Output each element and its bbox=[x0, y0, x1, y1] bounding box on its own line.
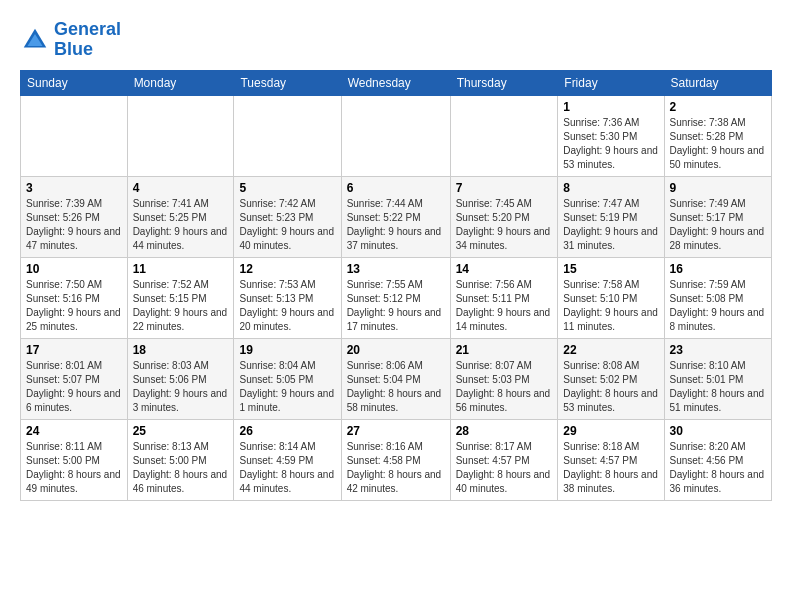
calendar-cell: 5Sunrise: 7:42 AM Sunset: 5:23 PM Daylig… bbox=[234, 176, 341, 257]
calendar-cell bbox=[341, 95, 450, 176]
calendar-cell: 11Sunrise: 7:52 AM Sunset: 5:15 PM Dayli… bbox=[127, 257, 234, 338]
day-number: 29 bbox=[563, 424, 658, 438]
day-number: 7 bbox=[456, 181, 553, 195]
day-number: 27 bbox=[347, 424, 445, 438]
day-info: Sunrise: 7:42 AM Sunset: 5:23 PM Dayligh… bbox=[239, 197, 335, 253]
day-info: Sunrise: 7:49 AM Sunset: 5:17 PM Dayligh… bbox=[670, 197, 766, 253]
day-info: Sunrise: 8:13 AM Sunset: 5:00 PM Dayligh… bbox=[133, 440, 229, 496]
day-info: Sunrise: 8:17 AM Sunset: 4:57 PM Dayligh… bbox=[456, 440, 553, 496]
day-info: Sunrise: 8:14 AM Sunset: 4:59 PM Dayligh… bbox=[239, 440, 335, 496]
day-info: Sunrise: 7:55 AM Sunset: 5:12 PM Dayligh… bbox=[347, 278, 445, 334]
calendar-cell bbox=[234, 95, 341, 176]
calendar-cell: 24Sunrise: 8:11 AM Sunset: 5:00 PM Dayli… bbox=[21, 419, 128, 500]
calendar-cell: 15Sunrise: 7:58 AM Sunset: 5:10 PM Dayli… bbox=[558, 257, 664, 338]
calendar-cell: 30Sunrise: 8:20 AM Sunset: 4:56 PM Dayli… bbox=[664, 419, 771, 500]
page-header: General Blue bbox=[20, 20, 772, 60]
day-info: Sunrise: 8:07 AM Sunset: 5:03 PM Dayligh… bbox=[456, 359, 553, 415]
calendar-cell: 23Sunrise: 8:10 AM Sunset: 5:01 PM Dayli… bbox=[664, 338, 771, 419]
day-number: 10 bbox=[26, 262, 122, 276]
calendar-cell: 14Sunrise: 7:56 AM Sunset: 5:11 PM Dayli… bbox=[450, 257, 558, 338]
day-number: 28 bbox=[456, 424, 553, 438]
day-number: 3 bbox=[26, 181, 122, 195]
day-header-friday: Friday bbox=[558, 70, 664, 95]
day-info: Sunrise: 8:01 AM Sunset: 5:07 PM Dayligh… bbox=[26, 359, 122, 415]
calendar-cell: 25Sunrise: 8:13 AM Sunset: 5:00 PM Dayli… bbox=[127, 419, 234, 500]
day-number: 13 bbox=[347, 262, 445, 276]
day-info: Sunrise: 8:20 AM Sunset: 4:56 PM Dayligh… bbox=[670, 440, 766, 496]
day-header-wednesday: Wednesday bbox=[341, 70, 450, 95]
day-number: 6 bbox=[347, 181, 445, 195]
day-info: Sunrise: 8:18 AM Sunset: 4:57 PM Dayligh… bbox=[563, 440, 658, 496]
calendar-cell: 20Sunrise: 8:06 AM Sunset: 5:04 PM Dayli… bbox=[341, 338, 450, 419]
day-info: Sunrise: 8:10 AM Sunset: 5:01 PM Dayligh… bbox=[670, 359, 766, 415]
day-info: Sunrise: 7:44 AM Sunset: 5:22 PM Dayligh… bbox=[347, 197, 445, 253]
day-number: 20 bbox=[347, 343, 445, 357]
day-info: Sunrise: 7:38 AM Sunset: 5:28 PM Dayligh… bbox=[670, 116, 766, 172]
day-number: 4 bbox=[133, 181, 229, 195]
day-header-saturday: Saturday bbox=[664, 70, 771, 95]
day-info: Sunrise: 8:08 AM Sunset: 5:02 PM Dayligh… bbox=[563, 359, 658, 415]
calendar-cell: 4Sunrise: 7:41 AM Sunset: 5:25 PM Daylig… bbox=[127, 176, 234, 257]
day-info: Sunrise: 7:50 AM Sunset: 5:16 PM Dayligh… bbox=[26, 278, 122, 334]
calendar-week-row: 24Sunrise: 8:11 AM Sunset: 5:00 PM Dayli… bbox=[21, 419, 772, 500]
day-info: Sunrise: 7:53 AM Sunset: 5:13 PM Dayligh… bbox=[239, 278, 335, 334]
calendar-cell bbox=[450, 95, 558, 176]
day-number: 22 bbox=[563, 343, 658, 357]
day-info: Sunrise: 7:52 AM Sunset: 5:15 PM Dayligh… bbox=[133, 278, 229, 334]
day-info: Sunrise: 8:11 AM Sunset: 5:00 PM Dayligh… bbox=[26, 440, 122, 496]
day-header-thursday: Thursday bbox=[450, 70, 558, 95]
calendar-header-row: SundayMondayTuesdayWednesdayThursdayFrid… bbox=[21, 70, 772, 95]
day-number: 24 bbox=[26, 424, 122, 438]
day-number: 15 bbox=[563, 262, 658, 276]
calendar-week-row: 17Sunrise: 8:01 AM Sunset: 5:07 PM Dayli… bbox=[21, 338, 772, 419]
day-number: 9 bbox=[670, 181, 766, 195]
calendar-cell: 16Sunrise: 7:59 AM Sunset: 5:08 PM Dayli… bbox=[664, 257, 771, 338]
day-info: Sunrise: 7:58 AM Sunset: 5:10 PM Dayligh… bbox=[563, 278, 658, 334]
calendar-cell: 10Sunrise: 7:50 AM Sunset: 5:16 PM Dayli… bbox=[21, 257, 128, 338]
day-number: 2 bbox=[670, 100, 766, 114]
calendar-cell: 17Sunrise: 8:01 AM Sunset: 5:07 PM Dayli… bbox=[21, 338, 128, 419]
day-info: Sunrise: 7:59 AM Sunset: 5:08 PM Dayligh… bbox=[670, 278, 766, 334]
day-header-tuesday: Tuesday bbox=[234, 70, 341, 95]
calendar-cell: 2Sunrise: 7:38 AM Sunset: 5:28 PM Daylig… bbox=[664, 95, 771, 176]
day-number: 19 bbox=[239, 343, 335, 357]
day-number: 18 bbox=[133, 343, 229, 357]
logo-icon bbox=[20, 25, 50, 55]
calendar-cell: 27Sunrise: 8:16 AM Sunset: 4:58 PM Dayli… bbox=[341, 419, 450, 500]
day-info: Sunrise: 8:03 AM Sunset: 5:06 PM Dayligh… bbox=[133, 359, 229, 415]
calendar-cell: 19Sunrise: 8:04 AM Sunset: 5:05 PM Dayli… bbox=[234, 338, 341, 419]
day-header-sunday: Sunday bbox=[21, 70, 128, 95]
day-info: Sunrise: 7:36 AM Sunset: 5:30 PM Dayligh… bbox=[563, 116, 658, 172]
calendar-week-row: 1Sunrise: 7:36 AM Sunset: 5:30 PM Daylig… bbox=[21, 95, 772, 176]
calendar-cell: 18Sunrise: 8:03 AM Sunset: 5:06 PM Dayli… bbox=[127, 338, 234, 419]
day-number: 23 bbox=[670, 343, 766, 357]
day-number: 21 bbox=[456, 343, 553, 357]
calendar-cell: 8Sunrise: 7:47 AM Sunset: 5:19 PM Daylig… bbox=[558, 176, 664, 257]
calendar-cell: 1Sunrise: 7:36 AM Sunset: 5:30 PM Daylig… bbox=[558, 95, 664, 176]
day-number: 16 bbox=[670, 262, 766, 276]
day-info: Sunrise: 7:56 AM Sunset: 5:11 PM Dayligh… bbox=[456, 278, 553, 334]
calendar-cell: 6Sunrise: 7:44 AM Sunset: 5:22 PM Daylig… bbox=[341, 176, 450, 257]
day-number: 30 bbox=[670, 424, 766, 438]
calendar-cell: 26Sunrise: 8:14 AM Sunset: 4:59 PM Dayli… bbox=[234, 419, 341, 500]
day-number: 25 bbox=[133, 424, 229, 438]
calendar-cell: 21Sunrise: 8:07 AM Sunset: 5:03 PM Dayli… bbox=[450, 338, 558, 419]
day-info: Sunrise: 8:04 AM Sunset: 5:05 PM Dayligh… bbox=[239, 359, 335, 415]
calendar-cell: 12Sunrise: 7:53 AM Sunset: 5:13 PM Dayli… bbox=[234, 257, 341, 338]
calendar-week-row: 10Sunrise: 7:50 AM Sunset: 5:16 PM Dayli… bbox=[21, 257, 772, 338]
day-number: 1 bbox=[563, 100, 658, 114]
calendar-cell: 13Sunrise: 7:55 AM Sunset: 5:12 PM Dayli… bbox=[341, 257, 450, 338]
day-info: Sunrise: 8:06 AM Sunset: 5:04 PM Dayligh… bbox=[347, 359, 445, 415]
day-number: 8 bbox=[563, 181, 658, 195]
day-number: 5 bbox=[239, 181, 335, 195]
day-number: 14 bbox=[456, 262, 553, 276]
calendar-table: SundayMondayTuesdayWednesdayThursdayFrid… bbox=[20, 70, 772, 501]
day-number: 11 bbox=[133, 262, 229, 276]
calendar-cell: 29Sunrise: 8:18 AM Sunset: 4:57 PM Dayli… bbox=[558, 419, 664, 500]
day-info: Sunrise: 7:47 AM Sunset: 5:19 PM Dayligh… bbox=[563, 197, 658, 253]
calendar-cell: 9Sunrise: 7:49 AM Sunset: 5:17 PM Daylig… bbox=[664, 176, 771, 257]
day-number: 26 bbox=[239, 424, 335, 438]
day-info: Sunrise: 8:16 AM Sunset: 4:58 PM Dayligh… bbox=[347, 440, 445, 496]
calendar-cell: 28Sunrise: 8:17 AM Sunset: 4:57 PM Dayli… bbox=[450, 419, 558, 500]
day-number: 17 bbox=[26, 343, 122, 357]
